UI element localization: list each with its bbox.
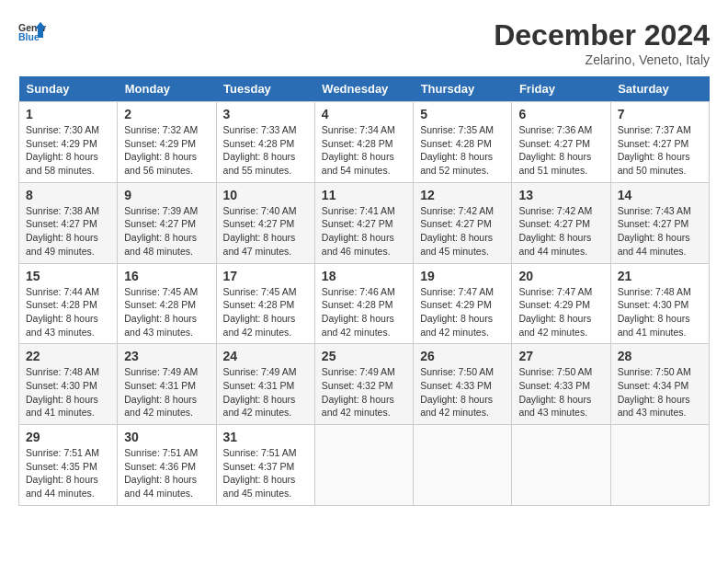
day-number: 17 xyxy=(223,269,308,283)
day-detail: Sunrise: 7:49 AMSunset: 4:32 PMDaylight:… xyxy=(322,365,406,419)
calendar-row: 15Sunrise: 7:44 AMSunset: 4:28 PMDayligh… xyxy=(19,263,710,344)
header-wednesday: Wednesday xyxy=(314,76,413,102)
day-detail: Sunrise: 7:45 AMSunset: 4:28 PMDaylight:… xyxy=(124,285,209,339)
day-detail: Sunrise: 7:35 AMSunset: 4:28 PMDaylight:… xyxy=(420,123,505,178)
day-number: 13 xyxy=(518,188,603,202)
day-number: 4 xyxy=(322,107,406,121)
day-number: 6 xyxy=(518,107,603,121)
day-number: 10 xyxy=(223,188,308,202)
calendar-cell: 31Sunrise: 7:51 AMSunset: 4:37 PMDayligh… xyxy=(216,425,314,506)
day-number: 23 xyxy=(124,349,209,363)
calendar-cell: 23Sunrise: 7:49 AMSunset: 4:31 PMDayligh… xyxy=(118,344,216,425)
day-number: 11 xyxy=(322,188,406,202)
calendar-cell: 28Sunrise: 7:50 AMSunset: 4:34 PMDayligh… xyxy=(610,344,709,425)
calendar-cell: 29Sunrise: 7:51 AMSunset: 4:35 PMDayligh… xyxy=(19,425,118,506)
calendar-cell: 5Sunrise: 7:35 AMSunset: 4:28 PMDaylight… xyxy=(414,102,512,183)
day-detail: Sunrise: 7:40 AMSunset: 4:27 PMDaylight:… xyxy=(223,204,308,259)
day-detail: Sunrise: 7:50 AMSunset: 4:34 PMDaylight:… xyxy=(618,365,702,419)
day-number: 31 xyxy=(223,430,308,444)
header-friday: Friday xyxy=(512,76,610,102)
calendar-table: Sunday Monday Tuesday Wednesday Thursday… xyxy=(18,76,710,506)
page-title: December 2024 xyxy=(494,18,710,52)
day-detail: Sunrise: 7:42 AMSunset: 4:27 PMDaylight:… xyxy=(420,204,505,259)
header-sunday: Sunday xyxy=(19,76,118,102)
day-number: 5 xyxy=(420,107,505,121)
calendar-cell xyxy=(314,425,413,506)
calendar-cell: 22Sunrise: 7:48 AMSunset: 4:30 PMDayligh… xyxy=(19,344,118,425)
day-detail: Sunrise: 7:32 AMSunset: 4:29 PMDaylight:… xyxy=(124,123,209,178)
day-detail: Sunrise: 7:42 AMSunset: 4:27 PMDaylight:… xyxy=(518,204,603,259)
day-detail: Sunrise: 7:33 AMSunset: 4:28 PMDaylight:… xyxy=(223,123,308,178)
calendar-row: 29Sunrise: 7:51 AMSunset: 4:35 PMDayligh… xyxy=(19,425,710,506)
day-detail: Sunrise: 7:51 AMSunset: 4:35 PMDaylight:… xyxy=(26,446,110,500)
calendar-cell: 13Sunrise: 7:42 AMSunset: 4:27 PMDayligh… xyxy=(512,182,610,263)
day-number: 28 xyxy=(618,349,702,363)
header-thursday: Thursday xyxy=(414,76,512,102)
day-detail: Sunrise: 7:49 AMSunset: 4:31 PMDaylight:… xyxy=(223,365,308,419)
day-detail: Sunrise: 7:47 AMSunset: 4:29 PMDaylight:… xyxy=(420,285,505,339)
calendar-cell xyxy=(512,425,610,506)
day-number: 8 xyxy=(26,188,110,202)
day-number: 25 xyxy=(322,349,406,363)
calendar-cell: 3Sunrise: 7:33 AMSunset: 4:28 PMDaylight… xyxy=(216,102,314,183)
calendar-cell: 1Sunrise: 7:30 AMSunset: 4:29 PMDaylight… xyxy=(19,102,118,183)
day-number: 24 xyxy=(223,349,308,363)
day-number: 21 xyxy=(618,269,702,283)
svg-text:Blue: Blue xyxy=(18,31,40,42)
day-number: 30 xyxy=(124,430,209,444)
day-detail: Sunrise: 7:30 AMSunset: 4:29 PMDaylight:… xyxy=(26,123,110,178)
day-detail: Sunrise: 7:48 AMSunset: 4:30 PMDaylight:… xyxy=(618,285,702,339)
calendar-cell: 16Sunrise: 7:45 AMSunset: 4:28 PMDayligh… xyxy=(118,263,216,344)
calendar-cell: 14Sunrise: 7:43 AMSunset: 4:27 PMDayligh… xyxy=(610,182,709,263)
calendar-cell: 12Sunrise: 7:42 AMSunset: 4:27 PMDayligh… xyxy=(414,182,512,263)
day-detail: Sunrise: 7:37 AMSunset: 4:27 PMDaylight:… xyxy=(618,123,702,178)
day-detail: Sunrise: 7:51 AMSunset: 4:37 PMDaylight:… xyxy=(223,446,308,500)
day-detail: Sunrise: 7:50 AMSunset: 4:33 PMDaylight:… xyxy=(518,365,603,419)
header-saturday: Saturday xyxy=(610,76,709,102)
header-tuesday: Tuesday xyxy=(216,76,314,102)
day-detail: Sunrise: 7:46 AMSunset: 4:28 PMDaylight:… xyxy=(322,285,406,339)
day-number: 2 xyxy=(124,107,209,121)
day-detail: Sunrise: 7:41 AMSunset: 4:27 PMDaylight:… xyxy=(322,204,406,259)
calendar-cell: 15Sunrise: 7:44 AMSunset: 4:28 PMDayligh… xyxy=(19,263,118,344)
day-number: 3 xyxy=(223,107,308,121)
day-number: 29 xyxy=(26,430,110,444)
day-detail: Sunrise: 7:50 AMSunset: 4:33 PMDaylight:… xyxy=(420,365,505,419)
calendar-cell: 26Sunrise: 7:50 AMSunset: 4:33 PMDayligh… xyxy=(414,344,512,425)
calendar-cell xyxy=(414,425,512,506)
calendar-cell: 24Sunrise: 7:49 AMSunset: 4:31 PMDayligh… xyxy=(216,344,314,425)
day-detail: Sunrise: 7:45 AMSunset: 4:28 PMDaylight:… xyxy=(223,285,308,339)
calendar-cell: 27Sunrise: 7:50 AMSunset: 4:33 PMDayligh… xyxy=(512,344,610,425)
day-detail: Sunrise: 7:34 AMSunset: 4:28 PMDaylight:… xyxy=(322,123,406,178)
day-number: 15 xyxy=(26,269,110,283)
day-number: 9 xyxy=(124,188,209,202)
day-number: 12 xyxy=(420,188,505,202)
calendar-cell: 2Sunrise: 7:32 AMSunset: 4:29 PMDaylight… xyxy=(118,102,216,183)
page-header: General Blue December 2024 Zelarino, Ven… xyxy=(18,18,710,67)
calendar-cell: 18Sunrise: 7:46 AMSunset: 4:28 PMDayligh… xyxy=(314,263,413,344)
logo-icon: General Blue xyxy=(18,18,46,46)
calendar-cell: 21Sunrise: 7:48 AMSunset: 4:30 PMDayligh… xyxy=(610,263,709,344)
header-monday: Monday xyxy=(118,76,216,102)
calendar-cell: 30Sunrise: 7:51 AMSunset: 4:36 PMDayligh… xyxy=(118,425,216,506)
calendar-cell: 7Sunrise: 7:37 AMSunset: 4:27 PMDaylight… xyxy=(610,102,709,183)
calendar-cell: 11Sunrise: 7:41 AMSunset: 4:27 PMDayligh… xyxy=(314,182,413,263)
calendar-cell xyxy=(610,425,709,506)
day-number: 1 xyxy=(26,107,110,121)
calendar-cell: 17Sunrise: 7:45 AMSunset: 4:28 PMDayligh… xyxy=(216,263,314,344)
day-detail: Sunrise: 7:51 AMSunset: 4:36 PMDaylight:… xyxy=(124,446,209,500)
day-detail: Sunrise: 7:48 AMSunset: 4:30 PMDaylight:… xyxy=(26,365,110,419)
day-detail: Sunrise: 7:38 AMSunset: 4:27 PMDaylight:… xyxy=(26,204,110,259)
day-number: 7 xyxy=(618,107,702,121)
day-detail: Sunrise: 7:36 AMSunset: 4:27 PMDaylight:… xyxy=(518,123,603,178)
day-detail: Sunrise: 7:43 AMSunset: 4:27 PMDaylight:… xyxy=(618,204,702,259)
calendar-cell: 6Sunrise: 7:36 AMSunset: 4:27 PMDaylight… xyxy=(512,102,610,183)
day-number: 27 xyxy=(518,349,603,363)
day-number: 22 xyxy=(26,349,110,363)
title-section: December 2024 Zelarino, Veneto, Italy xyxy=(494,18,710,67)
day-detail: Sunrise: 7:39 AMSunset: 4:27 PMDaylight:… xyxy=(124,204,209,259)
calendar-cell: 19Sunrise: 7:47 AMSunset: 4:29 PMDayligh… xyxy=(414,263,512,344)
page-subtitle: Zelarino, Veneto, Italy xyxy=(494,52,710,67)
calendar-cell: 25Sunrise: 7:49 AMSunset: 4:32 PMDayligh… xyxy=(314,344,413,425)
calendar-row: 8Sunrise: 7:38 AMSunset: 4:27 PMDaylight… xyxy=(19,182,710,263)
